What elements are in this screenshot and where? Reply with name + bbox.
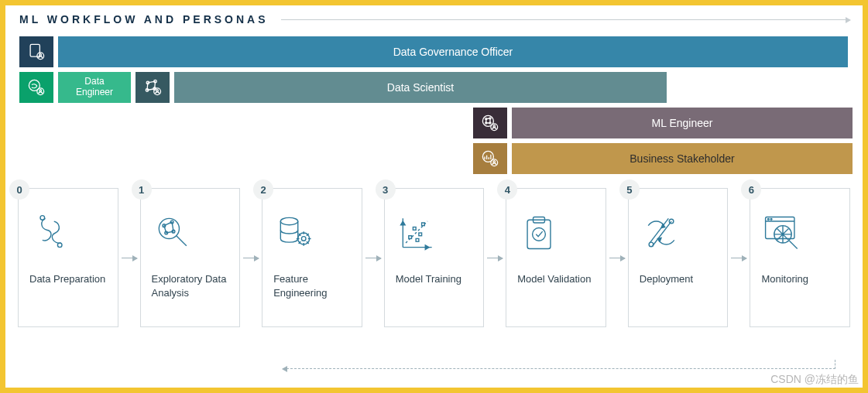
step-num: 0 — [9, 179, 29, 200]
step-1-exploratory-data-analysis: 1 Exploratory Data Analysis — [140, 188, 241, 327]
svg-point-11 — [156, 90, 158, 91]
arrow-right-icon — [362, 188, 384, 327]
data-preparation-icon — [29, 210, 76, 255]
step-2-feature-engineering: 2 Feature Engineering — [262, 188, 362, 327]
persona-bar-gov: Data Governance Officer — [58, 36, 848, 67]
step-num: 6 — [741, 179, 761, 200]
svg-rect-32 — [408, 236, 411, 239]
deployment-icon — [640, 210, 686, 255]
step-label: Data Preparation — [29, 272, 107, 286]
monitoring-icon — [761, 210, 808, 255]
arrow-right-icon — [484, 188, 506, 327]
arrow-right-icon — [606, 188, 628, 327]
step-num: 5 — [619, 179, 640, 200]
svg-rect-42 — [766, 217, 794, 238]
svg-rect-34 — [419, 233, 422, 236]
step-label: Model Validation — [517, 272, 595, 286]
spacer — [19, 108, 468, 138]
diagram-frame: ML WORKFLOW AND PERSONAS Data Governance… — [0, 0, 868, 393]
step-num: 1 — [132, 179, 152, 200]
arrow-right-icon — [118, 188, 140, 327]
eda-icon — [152, 210, 198, 255]
arrow-right-icon — [240, 188, 262, 327]
persona-label: Business Stakeholder — [630, 152, 734, 165]
svg-point-44 — [771, 218, 773, 220]
persona-bar-ml: ML Engineer — [512, 108, 853, 138]
persona-bar-eng: DataEngineer — [58, 72, 131, 103]
svg-rect-37 — [527, 220, 551, 248]
governance-icon — [19, 36, 53, 67]
step-label: Deployment — [640, 272, 717, 286]
data-scientist-icon — [136, 72, 170, 103]
svg-rect-0 — [30, 44, 39, 56]
title-arrow-icon — [281, 19, 850, 20]
persona-label: ML Engineer — [652, 117, 713, 129]
step-5-deployment: 5 Deployment — [628, 188, 729, 327]
step-label: Exploratory Data Analysis — [152, 272, 229, 299]
svg-point-18 — [493, 125, 495, 127]
step-3-model-training: 3 Model Training — [384, 188, 485, 327]
svg-point-40 — [649, 242, 654, 247]
persona-label: Data Scientist — [387, 81, 454, 94]
svg-point-21 — [493, 161, 495, 162]
persona-label: DataEngineer — [76, 77, 113, 98]
svg-point-22 — [40, 216, 45, 220]
persona-row-gov: Data Governance Officer — [19, 36, 850, 67]
step-4-model-validation: 4 Model Validation — [506, 188, 606, 327]
step-0-data-preparation: 0 Data Preparation — [18, 188, 118, 327]
svg-point-39 — [533, 227, 546, 241]
svg-rect-35 — [421, 223, 424, 226]
spacer — [19, 143, 468, 174]
model-validation-icon — [517, 210, 564, 255]
persona-bar-sci: Data Scientist — [174, 72, 667, 103]
svg-point-29 — [280, 217, 297, 224]
svg-point-43 — [768, 218, 770, 220]
step-label: Feature Engineering — [273, 272, 351, 299]
svg-point-2 — [39, 54, 41, 56]
step-label: Model Training — [396, 272, 473, 286]
persona-label: Data Governance Officer — [393, 46, 513, 58]
persona-row-bs: Business Stakeholder — [19, 143, 850, 174]
step-label: Monitoring — [761, 272, 839, 286]
svg-point-24 — [159, 218, 179, 238]
svg-point-31 — [302, 237, 307, 241]
persona-row-ml: ML Engineer — [19, 108, 850, 138]
svg-point-41 — [669, 219, 674, 224]
step-num: 3 — [376, 179, 396, 200]
step-6-monitoring: 6 Monitoring — [750, 188, 850, 327]
arrow-right-icon — [728, 188, 750, 327]
business-stakeholder-icon — [473, 143, 507, 174]
model-training-icon — [396, 210, 442, 255]
persona-bar-bs: Business Stakeholder — [512, 143, 853, 174]
data-engineer-icon — [19, 72, 53, 103]
title-row: ML WORKFLOW AND PERSONAS — [18, 13, 850, 26]
svg-rect-36 — [416, 238, 419, 241]
feature-engineering-icon — [273, 210, 320, 255]
personas-block: Data Governance Officer DataEngineer Dat… — [19, 36, 850, 174]
persona-row-eng-sci: DataEngineer Data Scientist — [19, 72, 850, 103]
title-text: ML WORKFLOW AND PERSONAS — [19, 13, 269, 26]
workflow-steps: 0 Data Preparation 1 Exploratory Data An… — [18, 188, 850, 327]
step-num: 2 — [253, 179, 273, 200]
ml-engineer-icon — [473, 108, 507, 138]
svg-point-5 — [39, 90, 41, 91]
step-num: 4 — [497, 179, 517, 200]
svg-rect-33 — [413, 227, 416, 231]
feedback-loop-arrow — [283, 363, 835, 374]
